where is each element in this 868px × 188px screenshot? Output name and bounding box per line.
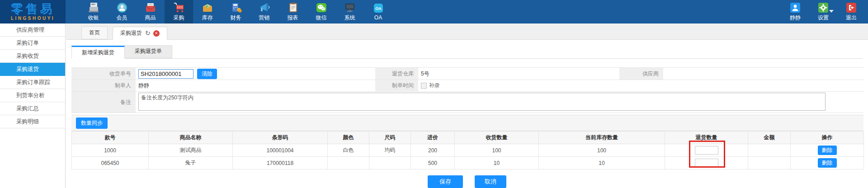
logout-button[interactable]: 退出 xyxy=(837,0,865,24)
refresh-icon[interactable]: ↻ xyxy=(145,27,151,39)
nav-label: 微信 xyxy=(316,14,327,22)
nav-label: 报表 xyxy=(288,14,298,22)
settings-label: 设置 xyxy=(818,14,829,22)
detail-toolbar: 数量同步 xyxy=(71,115,863,131)
col-received-qty: 收货数量 xyxy=(455,132,539,144)
marketing-icon xyxy=(258,2,271,13)
nav-item-product[interactable]: 商品 xyxy=(136,0,165,24)
member-icon xyxy=(116,2,128,13)
app-logo: 零售易 LINGSHOUYI xyxy=(0,0,66,24)
quantity-sync-button[interactable]: 数量同步 xyxy=(76,118,108,129)
cell-product-name: 兔子 xyxy=(149,157,233,169)
cancel-button[interactable]: 取消 xyxy=(475,175,506,188)
table-row: 1000 测试商品 100001004 白色 均码 200 100 100 删除 xyxy=(72,144,864,157)
cell-color: 白色 xyxy=(328,144,369,157)
cell-current-stock: 100 xyxy=(539,144,665,157)
delete-button[interactable]: 删除 xyxy=(818,146,837,155)
app-logo-title: 零售易 xyxy=(11,3,55,15)
inventory-icon xyxy=(201,2,214,13)
tab-purchase-return[interactable]: 采购退货 ↻ × xyxy=(113,27,167,40)
cell-style-no: 065450 xyxy=(72,157,149,169)
nav-label: 采购 xyxy=(174,14,184,22)
nav-item-report[interactable]: 报表 xyxy=(278,0,307,24)
nav-label: 收银 xyxy=(88,14,99,22)
maker-value: 静静 xyxy=(136,80,375,91)
return-qty-input[interactable] xyxy=(695,159,718,167)
remark-label: 备注 xyxy=(71,92,136,113)
nav-item-marketing[interactable]: 营销 xyxy=(250,0,278,24)
supplier-label: 供应商 xyxy=(619,68,663,80)
sidebar-item-purchase-summary[interactable]: 采购汇总 xyxy=(0,102,65,115)
settings-button[interactable]: 设置 xyxy=(809,0,837,24)
sidebar-item-purchase-order-tracking[interactable]: 采购订单跟踪 xyxy=(0,76,65,89)
cell-price: 500 xyxy=(411,157,455,169)
current-user-button[interactable]: 静静 xyxy=(781,0,809,24)
col-style-no: 款号 xyxy=(72,132,149,144)
col-current-stock: 当前库存数量 xyxy=(539,132,665,144)
purchase-return-form: 收货单号 清除 退货仓库 5号 供应商 制单人 静静 制单时间 补录 xyxy=(71,67,863,113)
form-actions: 保存 取消 xyxy=(66,175,868,188)
sub-tab-bar: 新增采购退货 采购退货单 xyxy=(71,45,863,59)
nav-item-wechat[interactable]: 微信 xyxy=(307,0,335,24)
delete-button[interactable]: 删除 xyxy=(818,158,837,168)
receipt-no-input[interactable] xyxy=(138,69,193,79)
cell-actions: 删除 xyxy=(791,157,864,169)
page-tab-bar: 首页 采购退货 ↻ × xyxy=(66,24,868,40)
nav-item-system[interactable]: 系统 xyxy=(335,0,364,24)
supplementary-entry-checkbox[interactable] xyxy=(421,83,427,89)
page: 零售易 LINGSHOUYI 收银 会员 商品 xyxy=(0,0,868,188)
nav-item-oa[interactable]: OA OA xyxy=(364,0,392,24)
subtab-new-purchase-return[interactable]: 新增采购退货 xyxy=(71,46,125,59)
cell-product-name: 测试商品 xyxy=(149,144,233,157)
col-product-name: 商品名称 xyxy=(149,132,233,144)
nav-item-member[interactable]: 会员 xyxy=(108,0,136,24)
return-warehouse-label: 退货仓库 xyxy=(375,68,418,80)
product-icon xyxy=(144,2,157,13)
nav-item-finance[interactable]: 财务 xyxy=(222,0,250,24)
tab-home[interactable]: 首页 xyxy=(81,26,108,39)
nav-label: 商品 xyxy=(145,14,156,22)
sidebar-item-purchase-detail[interactable]: 采购明细 xyxy=(0,115,65,128)
logout-label: 退出 xyxy=(846,14,857,22)
remark-textarea[interactable]: 备注长度为250字符内 xyxy=(138,93,826,111)
col-barcode: 条形码 xyxy=(233,132,328,144)
cell-size: 均码 xyxy=(369,144,411,157)
user-name-label: 静静 xyxy=(790,14,801,22)
top-navigation-bar: 零售易 LINGSHOUYI 收银 会员 商品 xyxy=(0,0,868,24)
cell-current-stock: 10 xyxy=(539,157,665,169)
col-size: 尺码 xyxy=(369,132,411,144)
user-icon xyxy=(789,2,802,13)
supplementary-entry-label: 补录 xyxy=(429,82,440,89)
make-time-cell: 补录 xyxy=(418,80,863,91)
sidebar-item-purchase-order[interactable]: 采购订单 xyxy=(0,37,65,50)
make-time-label: 制单时间 xyxy=(375,80,418,91)
cash-register-icon xyxy=(87,2,100,13)
table-row: 065450 兔子 170000118 500 10 10 删除 xyxy=(72,157,864,169)
sidebar-menu: 供应商管理 采购订单 采购收货 采购退货 采购订单跟踪 到货率分析 采购汇总 采… xyxy=(0,24,66,188)
nav-item-inventory[interactable]: 库存 xyxy=(193,0,222,24)
col-purchase-price: 进价 xyxy=(411,132,455,144)
purchase-cart-icon xyxy=(173,2,185,13)
cell-actions: 删除 xyxy=(791,144,864,157)
cell-color xyxy=(328,157,369,169)
report-icon xyxy=(287,2,299,13)
receipt-no-cell: 清除 xyxy=(136,68,375,80)
save-button[interactable]: 保存 xyxy=(428,175,463,188)
subtab-purchase-return-orders[interactable]: 采购退货单 xyxy=(125,45,172,58)
nav-item-purchase[interactable]: 采购 xyxy=(165,0,193,24)
sidebar-item-arrival-rate-analysis[interactable]: 到货率分析 xyxy=(0,89,65,102)
oa-icon: OA xyxy=(372,3,385,14)
sidebar-item-purchase-receiving[interactable]: 采购收货 xyxy=(0,50,65,63)
sidebar-item-supplier-management[interactable]: 供应商管理 xyxy=(0,24,65,37)
nav-item-cashier[interactable]: 收银 xyxy=(79,0,108,24)
svg-text:OA: OA xyxy=(375,6,382,11)
cell-size xyxy=(369,157,411,169)
wechat-icon xyxy=(315,2,328,13)
chevron-down-icon xyxy=(829,10,834,13)
clear-button[interactable]: 清除 xyxy=(197,69,217,79)
return-qty-input[interactable] xyxy=(695,146,718,155)
form-row-2: 制单人 静静 制单时间 补录 xyxy=(71,80,863,92)
sidebar-item-purchase-return[interactable]: 采购退货 xyxy=(0,63,65,76)
col-return-qty: 退货数量 xyxy=(665,132,748,144)
close-icon[interactable]: × xyxy=(153,30,160,37)
